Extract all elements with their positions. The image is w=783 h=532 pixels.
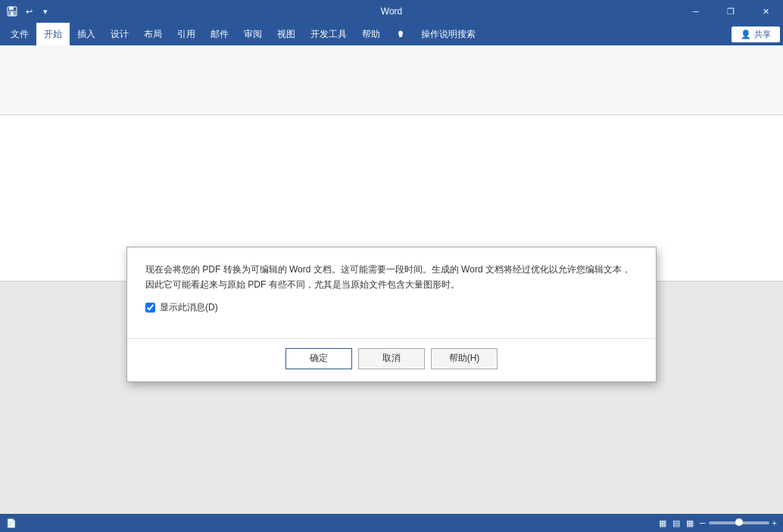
tab-mailings[interactable]: 邮件 xyxy=(203,23,236,45)
status-bar: 📄 ▦ ▤ ▦ ─ + xyxy=(0,514,783,532)
tab-home[interactable]: 开始 xyxy=(36,23,70,45)
user-icon: 👤 xyxy=(741,30,751,39)
zoom-controls: ─ + xyxy=(700,518,777,527)
dialog-overlay: 现在会将您的 PDF 转换为可编辑的 Word 文档。这可能需要一段时间。生成的… xyxy=(0,115,783,514)
tab-lightbulb[interactable] xyxy=(388,23,413,45)
layout-icon-2[interactable]: ▤ xyxy=(672,518,680,528)
title-bar: ↩ ▾ Word ─ ❐ ✕ xyxy=(0,0,783,23)
title-bar-left: ↩ ▾ xyxy=(6,5,51,17)
window-controls: ─ ❐ ✕ xyxy=(678,0,783,23)
page-status-icon: 📄 xyxy=(6,518,17,528)
zoom-minus-button[interactable]: ─ xyxy=(700,518,706,527)
status-bar-right: ▦ ▤ ▦ ─ + xyxy=(659,518,777,528)
ribbon-content xyxy=(0,45,783,115)
tab-design[interactable]: 设计 xyxy=(103,23,136,45)
close-button[interactable]: ✕ xyxy=(748,0,783,23)
undo-button[interactable]: ↩ xyxy=(23,5,35,17)
dialog-message: 现在会将您的 PDF 转换为可编辑的 Word 文档。这可能需要一段时间。生成的… xyxy=(145,263,638,291)
dialog-checkbox-row: 显示此消息(D) xyxy=(145,301,638,314)
help-button[interactable]: 帮助(H) xyxy=(431,348,498,369)
dialog-box: 现在会将您的 PDF 转换为可编辑的 Word 文档。这可能需要一段时间。生成的… xyxy=(126,247,657,381)
layout-icon-3[interactable]: ▦ xyxy=(686,518,694,528)
tab-file[interactable]: 文件 xyxy=(3,23,36,45)
cancel-button[interactable]: 取消 xyxy=(358,348,425,369)
save-icon[interactable] xyxy=(6,5,18,17)
tab-references[interactable]: 引用 xyxy=(170,23,203,45)
dialog-content: 现在会将您的 PDF 转换为可编辑的 Word 文档。这可能需要一段时间。生成的… xyxy=(127,247,656,338)
tab-view[interactable]: 视图 xyxy=(270,23,303,45)
dialog-buttons: 确定 取消 帮助(H) xyxy=(127,348,656,381)
dropdown-button[interactable]: ▾ xyxy=(39,5,51,17)
dialog-separator xyxy=(127,338,656,339)
tab-help[interactable]: 帮助 xyxy=(354,23,388,45)
layout-icon[interactable]: ▦ xyxy=(659,518,666,528)
confirm-button[interactable]: 确定 xyxy=(285,348,352,369)
show-message-checkbox[interactable] xyxy=(145,303,155,313)
ribbon-tabs: 文件 开始 插入 设计 布局 引用 邮件 审阅 视图 开发工具 帮助 操作说明搜… xyxy=(0,23,783,45)
tab-developer[interactable]: 开发工具 xyxy=(303,23,354,45)
show-message-label[interactable]: 显示此消息(D) xyxy=(160,301,218,314)
svg-point-4 xyxy=(398,31,403,36)
status-bar-left: 📄 xyxy=(6,518,17,528)
app-title: Word xyxy=(381,6,402,17)
svg-rect-3 xyxy=(11,12,14,15)
tab-layout[interactable]: 布局 xyxy=(136,23,170,45)
restore-button[interactable]: ❐ xyxy=(713,0,748,23)
share-area: 👤 共享 xyxy=(732,26,780,42)
main-area: 现在会将您的 PDF 转换为可编辑的 Word 文档。这可能需要一段时间。生成的… xyxy=(0,115,783,514)
tab-search[interactable]: 操作说明搜索 xyxy=(413,23,483,45)
svg-rect-5 xyxy=(399,36,402,37)
zoom-plus-button[interactable]: + xyxy=(772,518,777,527)
tab-insert[interactable]: 插入 xyxy=(70,23,103,45)
zoom-thumb xyxy=(735,518,743,526)
minimize-button[interactable]: ─ xyxy=(678,0,713,23)
tab-review[interactable]: 审阅 xyxy=(236,23,270,45)
share-button[interactable]: 👤 共享 xyxy=(732,26,780,42)
svg-rect-1 xyxy=(9,7,14,10)
zoom-slider[interactable] xyxy=(709,521,769,524)
